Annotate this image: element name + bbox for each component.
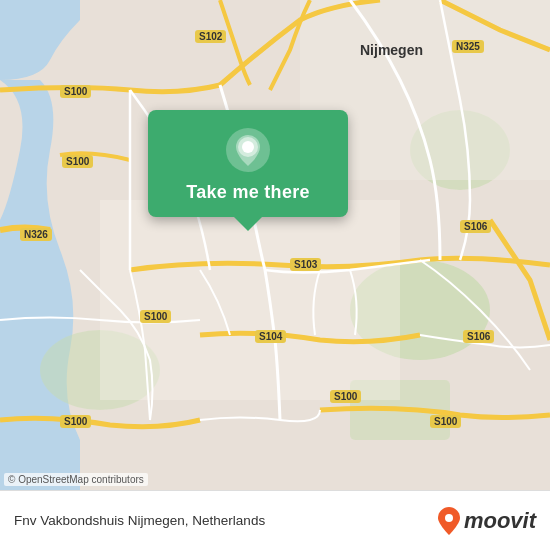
road-badge: S100 xyxy=(62,155,93,168)
road-badge: N326 xyxy=(20,228,52,241)
location-name: Fnv Vakbondshuis Nijmegen, Netherlands xyxy=(14,513,265,528)
road-badge: S100 xyxy=(430,415,461,428)
moovit-logo: moovit xyxy=(438,507,536,535)
moovit-brand-text: moovit xyxy=(464,508,536,534)
map-container: Nijmegen S100S102N325S100N326S103S106S10… xyxy=(0,0,550,490)
road-badge: S100 xyxy=(60,85,91,98)
take-me-there-button[interactable]: Take me there xyxy=(186,182,310,203)
road-badge: S100 xyxy=(60,415,91,428)
road-badge: S106 xyxy=(460,220,491,233)
road-badge: S104 xyxy=(255,330,286,343)
road-badge: S103 xyxy=(290,258,321,271)
svg-point-11 xyxy=(445,514,453,522)
road-badge: S100 xyxy=(330,390,361,403)
road-badge: S106 xyxy=(463,330,494,343)
map-attribution: © OpenStreetMap contributors xyxy=(4,473,148,486)
road-badge: S100 xyxy=(140,310,171,323)
popup-card: Take me there xyxy=(148,110,348,217)
road-badge: S102 xyxy=(195,30,226,43)
footer: Fnv Vakbondshuis Nijmegen, Netherlands m… xyxy=(0,490,550,550)
svg-text:Nijmegen: Nijmegen xyxy=(360,42,423,58)
road-badge: N325 xyxy=(452,40,484,53)
moovit-pin-icon xyxy=(438,507,460,535)
location-pin-icon xyxy=(226,128,270,172)
